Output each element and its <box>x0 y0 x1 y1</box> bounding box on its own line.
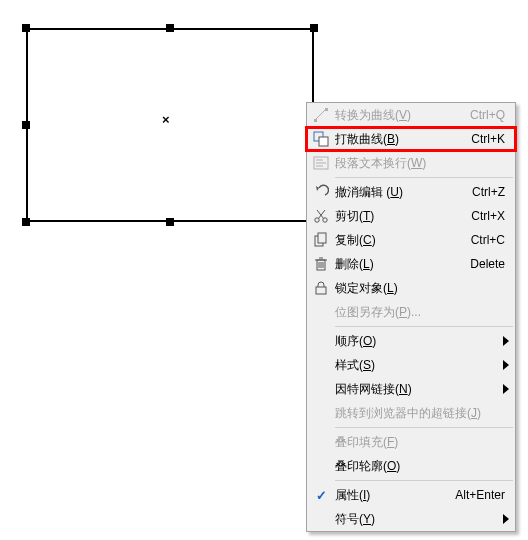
selection-handle[interactable] <box>22 218 30 226</box>
menu-item-shortcut: Ctrl+Z <box>464 185 505 199</box>
menu-item-shortcut: Alt+Enter <box>447 488 505 502</box>
menu-separator <box>335 427 513 428</box>
menu-item-label: 位图另存为(P)... <box>335 304 505 321</box>
menu-item-shortcut: Ctrl+X <box>463 209 505 223</box>
menu-item-label: 因特网链接(N) <box>335 381 505 398</box>
selection-handle[interactable] <box>22 121 30 129</box>
svg-rect-13 <box>318 233 326 243</box>
menu-item[interactable]: 剪切(T)Ctrl+X <box>307 204 515 228</box>
menu-item-label: 段落文本换行(W) <box>335 155 505 172</box>
menu-item-shortcut: Ctrl+Q <box>462 108 505 122</box>
svg-rect-20 <box>316 287 326 294</box>
svg-line-11 <box>317 210 324 219</box>
menu-item-label: 剪切(T) <box>335 208 463 225</box>
menu-item-label: 叠印轮廓(O) <box>335 458 505 475</box>
selection-handle[interactable] <box>166 218 174 226</box>
selection-handle[interactable] <box>310 24 318 32</box>
selected-rectangle[interactable] <box>26 28 314 222</box>
menu-item: 转换为曲线(V)Ctrl+Q <box>307 103 515 127</box>
menu-item-shortcut: Ctrl+C <box>463 233 505 247</box>
menu-item[interactable]: 打散曲线(B)Ctrl+K <box>307 127 515 151</box>
context-menu: 转换为曲线(V)Ctrl+Q打散曲线(B)Ctrl+K段落文本换行(W)撤消编辑… <box>306 102 516 532</box>
node-edit-icon <box>307 107 335 123</box>
submenu-arrow-icon <box>503 336 509 346</box>
svg-rect-0 <box>314 119 317 122</box>
menu-item[interactable]: 顺序(O) <box>307 329 515 353</box>
menu-item: 位图另存为(P)... <box>307 300 515 324</box>
menu-item-label: 符号(Y) <box>335 511 505 528</box>
svg-rect-3 <box>319 137 328 146</box>
menu-item[interactable]: 因特网链接(N) <box>307 377 515 401</box>
menu-item[interactable]: 样式(S) <box>307 353 515 377</box>
menu-item: 段落文本换行(W) <box>307 151 515 175</box>
submenu-arrow-icon <box>503 384 509 394</box>
menu-item: 跳转到浏览器中的超链接(J) <box>307 401 515 425</box>
lock-icon <box>307 280 335 296</box>
submenu-arrow-icon <box>503 360 509 370</box>
selection-center-marker: × <box>162 113 170 126</box>
selection-handle[interactable] <box>166 24 174 32</box>
menu-item-shortcut: Ctrl+K <box>463 132 505 146</box>
selection-handle[interactable] <box>22 24 30 32</box>
menu-item[interactable]: 复制(C)Ctrl+C <box>307 228 515 252</box>
menu-item-shortcut: Delete <box>462 257 505 271</box>
break-apart-icon <box>307 131 335 147</box>
menu-item-label: 打散曲线(B) <box>335 131 463 148</box>
submenu-arrow-icon <box>503 514 509 524</box>
paragraph-wrap-icon <box>307 155 335 171</box>
menu-separator <box>335 326 513 327</box>
check-icon: ✓ <box>307 488 335 503</box>
menu-separator <box>335 480 513 481</box>
menu-item[interactable]: 撤消编辑 (U)Ctrl+Z <box>307 180 515 204</box>
menu-item-label: 属性(I) <box>335 487 447 504</box>
svg-line-10 <box>319 210 326 219</box>
cut-icon <box>307 208 335 224</box>
menu-item-label: 转换为曲线(V) <box>335 107 462 124</box>
menu-item-label: 删除(L) <box>335 256 462 273</box>
menu-item-label: 锁定对象(L) <box>335 280 505 297</box>
menu-item-label: 叠印填充(F) <box>335 434 505 451</box>
undo-icon <box>307 184 335 200</box>
delete-icon <box>307 256 335 272</box>
menu-item[interactable]: 锁定对象(L) <box>307 276 515 300</box>
copy-icon <box>307 232 335 248</box>
svg-rect-1 <box>325 108 328 111</box>
menu-item-label: 样式(S) <box>335 357 505 374</box>
menu-item-label: 顺序(O) <box>335 333 505 350</box>
menu-separator <box>335 177 513 178</box>
menu-item-label: 复制(C) <box>335 232 463 249</box>
menu-item-label: 跳转到浏览器中的超链接(J) <box>335 405 505 422</box>
menu-item[interactable]: ✓属性(I)Alt+Enter <box>307 483 515 507</box>
menu-item-label: 撤消编辑 (U) <box>335 184 464 201</box>
menu-item[interactable]: 符号(Y) <box>307 507 515 531</box>
menu-item[interactable]: 叠印轮廓(O) <box>307 454 515 478</box>
menu-item: 叠印填充(F) <box>307 430 515 454</box>
menu-item[interactable]: 删除(L)Delete <box>307 252 515 276</box>
